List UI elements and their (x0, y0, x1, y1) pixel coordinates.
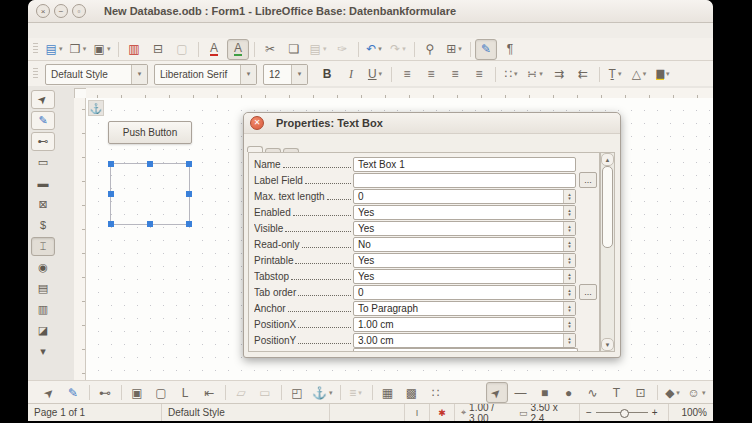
toolbar-grip[interactable] (33, 68, 38, 80)
property-field[interactable]: To Paragraph ▴▾ (353, 301, 576, 316)
snap-grid-button[interactable]: ▩ (401, 382, 423, 403)
design-mode-button[interactable]: ✎ (475, 39, 497, 60)
spin-buttons[interactable]: ▴▾ (563, 318, 575, 331)
resize-handle[interactable] (186, 161, 192, 167)
ellipse-button[interactable]: ● (558, 382, 580, 403)
control-properties-button[interactable]: ▢ (150, 382, 172, 403)
dropdown-caret-icon[interactable]: ▾ (329, 389, 333, 397)
scroll-up-icon[interactable]: ▲ (601, 153, 614, 166)
text-box-button[interactable]: ⌶ (31, 237, 55, 256)
page-style-indicator[interactable]: Default Style (162, 404, 330, 421)
highlight-color-button[interactable]: ▆▾ (652, 64, 674, 85)
spin-buttons[interactable]: ▴▾ (563, 190, 575, 203)
align-button[interactable]: ≡▾ (345, 382, 367, 403)
numbered-list-button[interactable]: ∺▾ (524, 64, 546, 85)
dropdown-caret-icon[interactable]: ▾ (676, 389, 680, 397)
dropdown-caret-icon[interactable]: ▾ (514, 70, 518, 78)
increase-indent-button[interactable]: ⇉ (548, 64, 570, 85)
bullet-list-button[interactable]: ∷▾ (500, 64, 522, 85)
zoom-track[interactable] (596, 412, 648, 413)
copy-button[interactable]: ❏ (283, 39, 305, 60)
undo-button[interactable]: ↶▾ (363, 39, 385, 60)
property-field[interactable]: 0 ▴▾ (353, 189, 576, 204)
check-box-button[interactable]: ⊠ (31, 195, 55, 214)
align-left-button[interactable]: ≡ (396, 64, 418, 85)
formatted-field-button[interactable]: $ (31, 216, 55, 235)
zoom-in-icon[interactable]: + (652, 407, 658, 418)
scroll-down-icon[interactable]: ▼ (601, 338, 614, 351)
property-field[interactable]: Yes ▴▾ (353, 221, 576, 236)
select-button[interactable]: ➤ (38, 382, 60, 403)
spin-buttons[interactable]: ▴▾ (563, 270, 575, 283)
property-field[interactable]: 3.00 cm ▴▾ (353, 333, 576, 348)
position-size-button[interactable]: L (174, 382, 196, 403)
dropdown-caret-icon[interactable]: ▾ (323, 45, 327, 53)
align-center-button[interactable]: ≡ (420, 64, 442, 85)
dropdown-caret-icon[interactable]: ▾ (379, 70, 383, 78)
spin-buttons[interactable]: ▴▾ (563, 254, 575, 267)
option-button-button[interactable]: ◉ (31, 258, 55, 277)
symbol-shapes-button[interactable]: ☺▾ (686, 382, 708, 403)
browse-button[interactable]: ... (579, 172, 597, 188)
anchor-menu-button[interactable]: ⚓▾ (310, 382, 335, 403)
justify-button[interactable]: ≡ (468, 64, 490, 85)
underline-button[interactable]: U▾ (364, 64, 386, 85)
dialog-close-button[interactable]: ✕ (250, 116, 264, 130)
property-field[interactable]: Text Box 1 (353, 157, 576, 172)
property-field[interactable]: Yes ▴▾ (353, 253, 576, 268)
zoom-level[interactable]: 100% (669, 404, 713, 421)
add-field-button[interactable]: ▭ (254, 382, 276, 403)
group-button[interactable]: ◰ (286, 382, 308, 403)
basic-shapes-button[interactable]: ◆▾ (662, 382, 684, 403)
resize-handle[interactable] (147, 221, 153, 227)
freeform-line-button[interactable]: ∿ (582, 382, 604, 403)
dropdown-caret-icon[interactable]: ▾ (402, 45, 406, 53)
property-field[interactable]: 1.00 cm ▴▾ (353, 317, 576, 332)
push-button-button[interactable]: ▬ (31, 174, 55, 193)
spin-buttons[interactable]: ▴▾ (563, 238, 575, 251)
scrollbar-thumb[interactable] (602, 166, 613, 248)
resize-handle[interactable] (108, 161, 114, 167)
resize-handle[interactable] (186, 221, 192, 227)
spin-buttons[interactable]: ▴▾ (563, 286, 575, 299)
form-properties-button[interactable]: ▣ (126, 382, 148, 403)
combo-dropdown-icon[interactable]: ▾ (240, 65, 256, 84)
combo-box-button[interactable]: ▥ (31, 300, 55, 319)
maximize-button[interactable]: ▫ (72, 4, 86, 18)
align-right-button[interactable]: ≡ (444, 64, 466, 85)
text-effects-button[interactable]: △▾ (628, 64, 650, 85)
dropdown-caret-icon[interactable]: ▾ (702, 389, 706, 397)
selected-text-box-control[interactable] (110, 163, 190, 225)
dropdown-caret-icon[interactable]: ▾ (539, 70, 543, 78)
zoom-out-icon[interactable]: − (586, 407, 592, 418)
block-arrows-button[interactable]: ↔▾ (710, 382, 714, 403)
property-field[interactable]: 0 ▴▾ (353, 285, 576, 300)
label-field-button[interactable]: ▭ (31, 153, 55, 172)
print-button[interactable]: ⊟ (147, 39, 169, 60)
dropdown-caret-icon[interactable]: ▾ (618, 70, 622, 78)
insert-text-box-button[interactable]: T (606, 382, 628, 403)
more-controls-button[interactable]: ▾ (31, 342, 55, 361)
clone-formatting-button[interactable]: ✑ (331, 39, 353, 60)
save-button[interactable]: ▣▾ (91, 39, 113, 60)
redo-button[interactable]: ↷▾ (387, 39, 409, 60)
italic-button[interactable]: I (340, 64, 362, 85)
resize-handle[interactable] (147, 161, 153, 167)
cut-button[interactable]: ✂ (259, 39, 281, 60)
find-replace-button[interactable]: ⚲ (419, 39, 441, 60)
dropdown-caret-icon[interactable]: ▾ (643, 70, 647, 78)
design-mode-button[interactable]: ✎ (31, 111, 55, 130)
dropdown-caret-icon[interactable]: ▾ (378, 45, 382, 53)
property-field[interactable]: Yes ▴▾ (353, 269, 576, 284)
image-button-button[interactable]: ◪ (31, 321, 55, 340)
dropdown-caret-icon[interactable]: ▾ (458, 45, 462, 53)
export-pdf-button[interactable]: ▥ (123, 39, 145, 60)
design-mode-button[interactable]: ✎ (62, 382, 84, 403)
toolbar-grip[interactable] (33, 43, 38, 55)
print-preview-button[interactable]: ▢ (171, 39, 193, 60)
activation-order-button[interactable]: ▱ (230, 382, 252, 403)
zoom-thumb[interactable] (620, 409, 629, 418)
rectangle-button[interactable]: ■ (534, 382, 556, 403)
resize-handle[interactable] (186, 191, 192, 197)
form-wizard-button[interactable]: ⊷ (94, 382, 116, 403)
